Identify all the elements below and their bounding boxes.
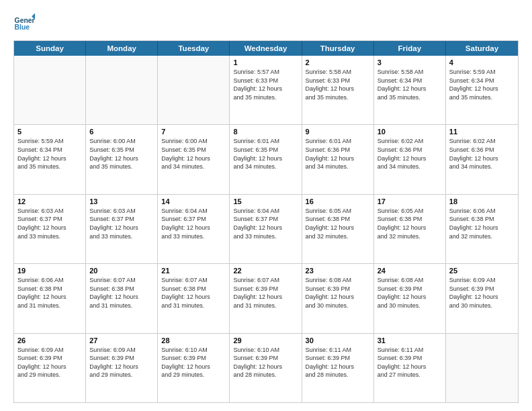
day-number: 1 xyxy=(233,58,298,66)
day-cell-10: 10Sunrise: 6:02 AM Sunset: 6:36 PM Dayli… xyxy=(374,125,446,193)
day-number: 13 xyxy=(89,197,154,205)
day-cell-7: 7Sunrise: 6:00 AM Sunset: 6:35 PM Daylig… xyxy=(158,125,230,193)
day-cell-23: 23Sunrise: 6:08 AM Sunset: 6:39 PM Dayli… xyxy=(302,264,374,332)
day-info: Sunrise: 6:04 AM Sunset: 6:37 PM Dayligh… xyxy=(161,207,226,240)
day-header-monday: Monday xyxy=(86,41,158,56)
day-info: Sunrise: 6:10 AM Sunset: 6:39 PM Dayligh… xyxy=(233,346,298,379)
day-number: 14 xyxy=(161,197,226,205)
logo-icon: General Blue xyxy=(13,12,35,34)
day-info: Sunrise: 6:10 AM Sunset: 6:39 PM Dayligh… xyxy=(161,346,226,379)
week-row-1: 1Sunrise: 5:57 AM Sunset: 6:33 PM Daylig… xyxy=(14,56,518,125)
day-cell-28: 28Sunrise: 6:10 AM Sunset: 6:39 PM Dayli… xyxy=(158,334,230,402)
day-info: Sunrise: 6:00 AM Sunset: 6:35 PM Dayligh… xyxy=(89,137,154,171)
day-info: Sunrise: 6:09 AM Sunset: 6:39 PM Dayligh… xyxy=(17,346,82,379)
day-info: Sunrise: 6:07 AM Sunset: 6:38 PM Dayligh… xyxy=(161,276,226,310)
day-info: Sunrise: 6:09 AM Sunset: 6:39 PM Dayligh… xyxy=(449,276,515,310)
day-info: Sunrise: 6:07 AM Sunset: 6:39 PM Dayligh… xyxy=(233,276,298,310)
day-cell-5: 5Sunrise: 5:59 AM Sunset: 6:34 PM Daylig… xyxy=(14,125,86,193)
week-row-4: 19Sunrise: 6:06 AM Sunset: 6:38 PM Dayli… xyxy=(14,264,518,333)
day-cell-6: 6Sunrise: 6:00 AM Sunset: 6:35 PM Daylig… xyxy=(86,125,158,193)
day-number: 18 xyxy=(449,197,515,205)
week-row-3: 12Sunrise: 6:03 AM Sunset: 6:37 PM Dayli… xyxy=(14,195,518,264)
day-info: Sunrise: 6:06 AM Sunset: 6:38 PM Dayligh… xyxy=(17,276,82,310)
day-number: 25 xyxy=(449,267,515,275)
day-cell-12: 12Sunrise: 6:03 AM Sunset: 6:37 PM Dayli… xyxy=(14,195,86,263)
day-number: 19 xyxy=(17,267,82,275)
day-info: Sunrise: 6:00 AM Sunset: 6:35 PM Dayligh… xyxy=(161,137,226,171)
day-info: Sunrise: 5:58 AM Sunset: 6:34 PM Dayligh… xyxy=(378,68,442,101)
day-cell-18: 18Sunrise: 6:06 AM Sunset: 6:38 PM Dayli… xyxy=(446,195,518,263)
day-cell-19: 19Sunrise: 6:06 AM Sunset: 6:38 PM Dayli… xyxy=(14,264,86,332)
day-info: Sunrise: 6:08 AM Sunset: 6:39 PM Dayligh… xyxy=(306,276,370,310)
day-info: Sunrise: 6:05 AM Sunset: 6:38 PM Dayligh… xyxy=(378,207,442,240)
day-cell-empty xyxy=(86,56,158,124)
day-number: 27 xyxy=(89,336,154,345)
day-cell-1: 1Sunrise: 5:57 AM Sunset: 6:33 PM Daylig… xyxy=(230,56,302,124)
day-number: 23 xyxy=(306,267,370,275)
day-cell-24: 24Sunrise: 6:08 AM Sunset: 6:39 PM Dayli… xyxy=(374,264,446,332)
day-info: Sunrise: 5:59 AM Sunset: 6:34 PM Dayligh… xyxy=(17,137,82,171)
day-info: Sunrise: 6:05 AM Sunset: 6:38 PM Dayligh… xyxy=(306,207,370,240)
day-cell-25: 25Sunrise: 6:09 AM Sunset: 6:39 PM Dayli… xyxy=(446,264,518,332)
day-number: 20 xyxy=(89,267,154,275)
day-cell-empty xyxy=(14,56,86,124)
day-info: Sunrise: 6:11 AM Sunset: 6:39 PM Dayligh… xyxy=(306,346,370,379)
day-cell-8: 8Sunrise: 6:01 AM Sunset: 6:35 PM Daylig… xyxy=(230,125,302,193)
day-cell-17: 17Sunrise: 6:05 AM Sunset: 6:38 PM Dayli… xyxy=(374,195,446,263)
day-number: 21 xyxy=(161,267,226,275)
day-cell-15: 15Sunrise: 6:04 AM Sunset: 6:37 PM Dayli… xyxy=(230,195,302,263)
day-number: 5 xyxy=(17,128,82,136)
day-info: Sunrise: 6:01 AM Sunset: 6:36 PM Dayligh… xyxy=(306,137,370,171)
day-cell-9: 9Sunrise: 6:01 AM Sunset: 6:36 PM Daylig… xyxy=(302,125,374,193)
day-cell-27: 27Sunrise: 6:09 AM Sunset: 6:39 PM Dayli… xyxy=(86,334,158,402)
week-row-5: 26Sunrise: 6:09 AM Sunset: 6:39 PM Dayli… xyxy=(14,334,518,402)
day-cell-empty xyxy=(158,56,230,124)
day-number: 17 xyxy=(378,197,442,205)
day-info: Sunrise: 6:07 AM Sunset: 6:38 PM Dayligh… xyxy=(89,276,154,310)
day-info: Sunrise: 6:02 AM Sunset: 6:36 PM Dayligh… xyxy=(449,137,515,171)
day-info: Sunrise: 6:03 AM Sunset: 6:37 PM Dayligh… xyxy=(89,207,154,240)
day-number: 31 xyxy=(378,336,442,345)
day-cell-29: 29Sunrise: 6:10 AM Sunset: 6:39 PM Dayli… xyxy=(230,334,302,402)
day-info: Sunrise: 6:06 AM Sunset: 6:38 PM Dayligh… xyxy=(449,207,515,240)
day-number: 2 xyxy=(306,58,370,66)
day-header-thursday: Thursday xyxy=(302,41,374,56)
day-number: 24 xyxy=(378,267,442,275)
day-info: Sunrise: 5:58 AM Sunset: 6:33 PM Dayligh… xyxy=(306,68,370,101)
day-number: 28 xyxy=(161,336,226,345)
day-number: 29 xyxy=(233,336,298,345)
day-number: 30 xyxy=(306,336,370,345)
svg-text:Blue: Blue xyxy=(15,24,30,31)
day-cell-13: 13Sunrise: 6:03 AM Sunset: 6:37 PM Dayli… xyxy=(86,195,158,263)
day-cell-3: 3Sunrise: 5:58 AM Sunset: 6:34 PM Daylig… xyxy=(374,56,446,124)
day-info: Sunrise: 6:08 AM Sunset: 6:39 PM Dayligh… xyxy=(378,276,442,310)
day-cell-2: 2Sunrise: 5:58 AM Sunset: 6:33 PM Daylig… xyxy=(302,56,374,124)
day-number: 6 xyxy=(89,128,154,136)
day-cell-14: 14Sunrise: 6:04 AM Sunset: 6:37 PM Dayli… xyxy=(158,195,230,263)
day-number: 4 xyxy=(449,58,515,66)
day-header-wednesday: Wednesday xyxy=(230,41,302,56)
calendar-body: 1Sunrise: 5:57 AM Sunset: 6:33 PM Daylig… xyxy=(14,56,518,402)
day-cell-11: 11Sunrise: 6:02 AM Sunset: 6:36 PM Dayli… xyxy=(446,125,518,193)
day-number: 7 xyxy=(161,128,226,136)
day-number: 15 xyxy=(233,197,298,205)
logo: General Blue xyxy=(13,12,38,34)
day-header-saturday: Saturday xyxy=(446,41,518,56)
day-number: 12 xyxy=(17,197,82,205)
day-number: 26 xyxy=(17,336,82,345)
day-number: 10 xyxy=(378,128,442,136)
day-number: 9 xyxy=(306,128,370,136)
day-info: Sunrise: 5:57 AM Sunset: 6:33 PM Dayligh… xyxy=(233,68,298,101)
day-cell-empty xyxy=(446,334,518,402)
day-cell-21: 21Sunrise: 6:07 AM Sunset: 6:38 PM Dayli… xyxy=(158,264,230,332)
day-headers: SundayMondayTuesdayWednesdayThursdayFrid… xyxy=(14,41,518,56)
day-cell-26: 26Sunrise: 6:09 AM Sunset: 6:39 PM Dayli… xyxy=(14,334,86,402)
day-number: 8 xyxy=(233,128,298,136)
day-info: Sunrise: 6:03 AM Sunset: 6:37 PM Dayligh… xyxy=(17,207,82,240)
day-header-friday: Friday xyxy=(374,41,446,56)
day-number: 16 xyxy=(306,197,370,205)
header: General Blue xyxy=(13,12,519,34)
day-cell-16: 16Sunrise: 6:05 AM Sunset: 6:38 PM Dayli… xyxy=(302,195,374,263)
day-number: 11 xyxy=(449,128,515,136)
day-cell-30: 30Sunrise: 6:11 AM Sunset: 6:39 PM Dayli… xyxy=(302,334,374,402)
